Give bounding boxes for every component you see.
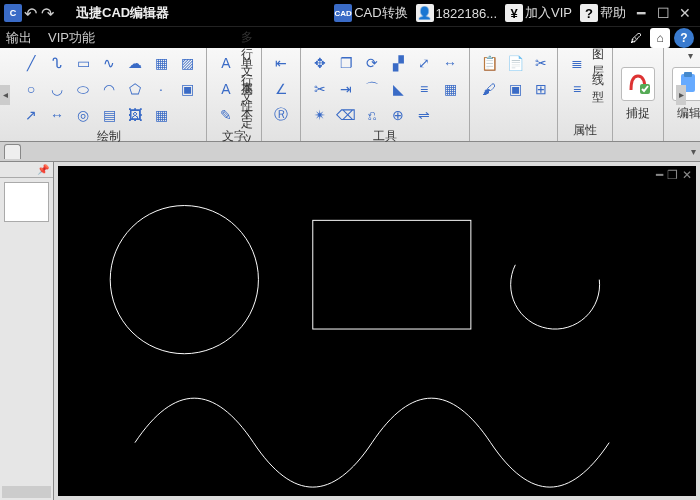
stext-icon[interactable]: A bbox=[215, 78, 237, 100]
group-label-props: 属性 bbox=[566, 120, 604, 139]
table-tool-icon[interactable]: ▦ bbox=[150, 104, 172, 126]
scale-tool-icon[interactable]: ⤢ bbox=[413, 52, 435, 74]
mirror-tool-icon[interactable]: ▞ bbox=[387, 52, 409, 74]
attrdef-icon[interactable]: ✎ bbox=[215, 104, 237, 126]
erase-tool-icon[interactable]: ⌫ bbox=[335, 104, 357, 126]
ribbon-group-props: ≣ 图层 ≡ 线型 属性 bbox=[558, 48, 613, 141]
explode-tool-icon[interactable]: ✴ bbox=[309, 104, 331, 126]
donut-tool-icon[interactable]: ◎ bbox=[72, 104, 94, 126]
align-tool-icon[interactable]: ⇌ bbox=[413, 104, 435, 126]
move-tool-icon[interactable]: ✥ bbox=[309, 52, 331, 74]
fillet-tool-icon[interactable]: ⌒ bbox=[361, 78, 383, 100]
redo-button[interactable]: ↷ bbox=[41, 4, 54, 23]
home-icon[interactable]: ⌂ bbox=[650, 28, 670, 48]
help-icon: ? bbox=[580, 4, 598, 22]
canvas-close-icon[interactable]: ✕ bbox=[682, 168, 692, 182]
stretch-tool-icon[interactable]: ↔ bbox=[439, 52, 461, 74]
copy-clip-icon[interactable]: 📋 bbox=[478, 52, 500, 74]
menu-vip[interactable]: VIP功能 bbox=[48, 29, 95, 47]
ray-tool-icon[interactable]: ↗ bbox=[20, 104, 42, 126]
array-tool-icon[interactable]: ▦ bbox=[439, 78, 461, 100]
ribbon-group-snap: 捕捉 bbox=[613, 48, 664, 141]
cad-icon: CAD bbox=[334, 4, 352, 22]
drawing-canvas[interactable]: ━ ❐ ✕ bbox=[58, 166, 696, 496]
copy-tool-icon[interactable]: ❐ bbox=[335, 52, 357, 74]
cloud-tool-icon[interactable]: ☁ bbox=[124, 52, 146, 74]
linetype-button[interactable]: 线型 bbox=[592, 78, 604, 100]
circle-tool-icon[interactable]: ○ bbox=[20, 78, 42, 100]
wipeout-tool-icon[interactable]: ▤ bbox=[98, 104, 120, 126]
ribbon-group-draw: ╱ ᔐ ▭ ∿ ☁ ▦ ▨ ○ ◡ ⬭ ◠ ⬠ · ▣ ↗ ↔ ◎ ▤ 🖼 ▦ … bbox=[12, 48, 207, 141]
panel-scrollbar[interactable] bbox=[2, 486, 51, 498]
point-tool-icon[interactable]: · bbox=[150, 78, 172, 100]
app-title: 迅捷CAD编辑器 bbox=[76, 4, 169, 22]
layout-thumbnail[interactable] bbox=[4, 182, 49, 222]
undo-button[interactable]: ↶ bbox=[24, 4, 37, 23]
minimize-button[interactable]: ━ bbox=[630, 4, 652, 22]
layout-panel: 📌 bbox=[0, 162, 54, 500]
maximize-button[interactable]: ☐ bbox=[652, 4, 674, 22]
linetype-icon[interactable]: ≡ bbox=[566, 78, 588, 100]
ribbon-scroll-left[interactable]: ◂ bbox=[0, 85, 10, 105]
yen-icon: ¥ bbox=[505, 4, 523, 22]
snap-icon[interactable] bbox=[621, 67, 655, 101]
attrdef-button[interactable]: 属性定义 bbox=[241, 104, 253, 126]
line-tool-icon[interactable]: ╱ bbox=[20, 52, 42, 74]
ribbon-group-clipboard: 📋 📄 ✂ 🖌 ▣ ⊞ bbox=[470, 48, 558, 141]
menu-bar: 输出 VIP功能 🖊 ⌂ ? bbox=[0, 26, 700, 48]
canvas-minimize-icon[interactable]: ━ bbox=[656, 168, 663, 182]
menu-export[interactable]: 输出 bbox=[6, 29, 32, 47]
canvas-restore-icon[interactable]: ❐ bbox=[667, 168, 678, 182]
app-logo-icon: C bbox=[4, 4, 22, 22]
join-vip-button[interactable]: ¥ 加入VIP bbox=[505, 4, 572, 22]
account-button[interactable]: 👤 1822186... bbox=[416, 4, 497, 22]
image-tool-icon[interactable]: 🖼 bbox=[124, 104, 146, 126]
close-button[interactable]: ✕ bbox=[674, 4, 696, 22]
rotate-tool-icon[interactable]: ⟳ bbox=[361, 52, 383, 74]
region-tool-icon[interactable]: ▨ bbox=[176, 52, 198, 74]
trim-tool-icon[interactable]: ✂ bbox=[309, 78, 331, 100]
ribbon-scroll-right[interactable]: ▸ bbox=[676, 85, 686, 105]
dim-radius-icon[interactable]: Ⓡ bbox=[270, 104, 292, 126]
ribbon-group-text: A 多行文本 A 单行文本 ✎ 属性定义 文字 bbox=[207, 48, 262, 141]
group-icon[interactable]: ⊞ bbox=[530, 78, 552, 100]
dim-angular-icon[interactable]: ∠ bbox=[270, 78, 292, 100]
layers-icon[interactable]: ≣ bbox=[566, 52, 588, 74]
cad-convert-button[interactable]: CAD CAD转换 bbox=[334, 4, 407, 22]
join-tool-icon[interactable]: ⊕ bbox=[387, 104, 409, 126]
document-tab[interactable] bbox=[4, 144, 21, 159]
break-tool-icon[interactable]: ⎌ bbox=[361, 104, 383, 126]
help-button[interactable]: ? 帮助 bbox=[580, 4, 626, 22]
block-edit-icon[interactable]: ▣ bbox=[504, 78, 526, 100]
shape-spline bbox=[135, 398, 609, 487]
ribbon-collapse-icon[interactable]: ▾ bbox=[688, 50, 700, 62]
tab-dropdown-icon[interactable]: ▾ bbox=[691, 146, 696, 157]
save-icon[interactable]: 🖊 bbox=[626, 28, 646, 48]
cut-clip-icon[interactable]: ✂ bbox=[530, 52, 552, 74]
layers-button[interactable]: 图层 bbox=[592, 52, 604, 74]
hatch-tool-icon[interactable]: ▦ bbox=[150, 52, 172, 74]
extend-tool-icon[interactable]: ⇥ bbox=[335, 78, 357, 100]
rectangle-tool-icon[interactable]: ▭ bbox=[72, 52, 94, 74]
ellipse-tool-icon[interactable]: ⬭ bbox=[72, 78, 94, 100]
help-circle-icon[interactable]: ? bbox=[674, 28, 694, 48]
block-tool-icon[interactable]: ▣ bbox=[176, 78, 198, 100]
arc-tool-icon[interactable]: ◡ bbox=[46, 78, 68, 100]
spline-tool-icon[interactable]: ∿ bbox=[98, 52, 120, 74]
xline-tool-icon[interactable]: ↔ bbox=[46, 104, 68, 126]
edit-label: 编辑 bbox=[677, 105, 700, 122]
chamfer-tool-icon[interactable]: ◣ bbox=[387, 78, 409, 100]
ellipse-arc-tool-icon[interactable]: ◠ bbox=[98, 78, 120, 100]
offset-tool-icon[interactable]: ≡ bbox=[413, 78, 435, 100]
ribbon-group-dim: ⇤ ∠ Ⓡ bbox=[262, 48, 301, 141]
panel-pin-icon[interactable]: 📌 bbox=[0, 162, 53, 178]
canvas-svg bbox=[58, 166, 696, 496]
polygon-tool-icon[interactable]: ⬠ bbox=[124, 78, 146, 100]
paste-clip-icon[interactable]: 📄 bbox=[504, 52, 526, 74]
title-bar: C ↶ ↷ 迅捷CAD编辑器 CAD CAD转换 👤 1822186... ¥ … bbox=[0, 0, 700, 26]
polyline-tool-icon[interactable]: ᔐ bbox=[46, 52, 68, 74]
matchprop-icon[interactable]: 🖌 bbox=[478, 78, 500, 100]
dim-linear-icon[interactable]: ⇤ bbox=[270, 52, 292, 74]
mtext-icon[interactable]: A bbox=[215, 52, 237, 74]
shape-rectangle bbox=[313, 220, 471, 329]
